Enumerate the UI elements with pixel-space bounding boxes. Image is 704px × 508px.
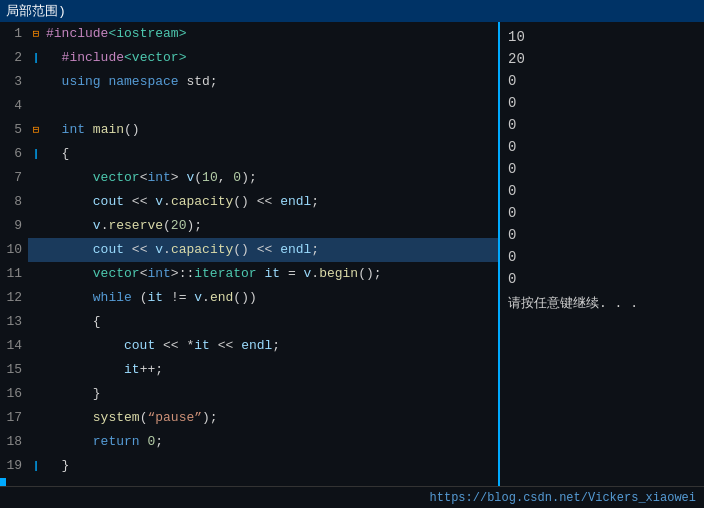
code-line: 4 [0,94,498,118]
line-code: int main() [44,118,498,142]
code-lines: 1⊟#include<iostream>2| #include<vector>3… [0,22,498,478]
line-code: v.reserve(20); [44,214,498,238]
code-line: 8 cout << v.capacity() << endl; [0,190,498,214]
output-line: 0 [508,246,696,268]
top-bar-title: 局部范围) [6,2,66,20]
line-marker [28,310,44,334]
line-code: { [44,142,498,166]
line-number: 15 [0,358,28,382]
line-marker [28,382,44,406]
line-code: while (it != v.end()) [44,286,498,310]
line-number: 16 [0,382,28,406]
code-line: 2| #include<vector> [0,46,498,70]
line-code [44,94,498,118]
output-line: 0 [508,158,696,180]
code-line: 5⊟ int main() [0,118,498,142]
line-code: system(“pause”); [44,406,498,430]
line-number: 11 [0,262,28,286]
bottom-bar: https://blog.csdn.net/Vickers_xiaowei [0,486,704,508]
line-marker: ⊟ [28,118,44,142]
line-code: cout << v.capacity() << endl; [44,238,498,262]
line-number: 14 [0,334,28,358]
output-line: 10 [508,26,696,48]
line-code: it++; [44,358,498,382]
output-line: 0 [508,180,696,202]
line-code: using namespace std; [44,70,498,94]
line-code: vector<int> v(10, 0); [44,166,498,190]
line-marker [28,334,44,358]
line-code: vector<int>::iterator it = v.begin(); [44,262,498,286]
line-number: 4 [0,94,28,118]
line-marker [28,94,44,118]
line-marker [28,166,44,190]
code-line: 17 system(“pause”); [0,406,498,430]
output-line: 0 [508,202,696,224]
code-line: 16 } [0,382,498,406]
line-code: return 0; [44,430,498,454]
line-marker [28,358,44,382]
output-line: 20 [508,48,696,70]
line-number: 5 [0,118,28,142]
line-code: } [44,454,498,478]
code-line: 7 vector<int> v(10, 0); [0,166,498,190]
line-number: 12 [0,286,28,310]
output-line: 0 [508,92,696,114]
code-line: 6| { [0,142,498,166]
code-line: 1⊟#include<iostream> [0,22,498,46]
code-line: 11 vector<int>::iterator it = v.begin(); [0,262,498,286]
line-marker [28,214,44,238]
output-line: 0 [508,70,696,92]
output-line: 0 [508,136,696,158]
code-line: 19| } [0,454,498,478]
line-number: 6 [0,142,28,166]
code-line: 10 cout << v.capacity() << endl; [0,238,498,262]
line-code: #include<vector> [44,46,498,70]
line-marker [28,190,44,214]
line-number: 19 [0,454,28,478]
line-code: cout << v.capacity() << endl; [44,190,498,214]
code-line: 14 cout << *it << endl; [0,334,498,358]
code-line: 18 return 0; [0,430,498,454]
output-prompt: 请按任意键继续. . . [508,294,696,312]
line-code: { [44,310,498,334]
line-number: 10 [0,238,28,262]
line-number: 7 [0,166,28,190]
line-number: 9 [0,214,28,238]
line-marker [28,70,44,94]
code-line: 13 { [0,310,498,334]
line-code: #include<iostream> [44,22,498,46]
line-marker [28,286,44,310]
code-line: 12 while (it != v.end()) [0,286,498,310]
output-panel: 10200000000000请按任意键继续. . . [500,22,704,486]
line-marker [28,406,44,430]
line-marker [28,262,44,286]
line-marker [28,238,44,262]
line-number: 2 [0,46,28,70]
line-number: 13 [0,310,28,334]
line-marker: | [28,46,44,70]
line-number: 18 [0,430,28,454]
line-marker [28,430,44,454]
code-line: 3 using namespace std; [0,70,498,94]
line-marker: ⊟ [28,22,44,46]
line-marker: | [28,142,44,166]
top-bar: 局部范围) [0,0,704,22]
output-line: 0 [508,268,696,290]
line-marker: | [28,454,44,478]
line-number: 1 [0,22,28,46]
line-code: } [44,382,498,406]
code-line: 9 v.reserve(20); [0,214,498,238]
line-number: 3 [0,70,28,94]
line-number: 8 [0,190,28,214]
bottom-link: https://blog.csdn.net/Vickers_xiaowei [430,491,696,505]
code-panel: 1⊟#include<iostream>2| #include<vector>3… [0,22,500,486]
code-line: 15 it++; [0,358,498,382]
output-line: 0 [508,114,696,136]
main-area: 1⊟#include<iostream>2| #include<vector>3… [0,22,704,486]
line-number: 17 [0,406,28,430]
line-code: cout << *it << endl; [44,334,498,358]
output-line: 0 [508,224,696,246]
